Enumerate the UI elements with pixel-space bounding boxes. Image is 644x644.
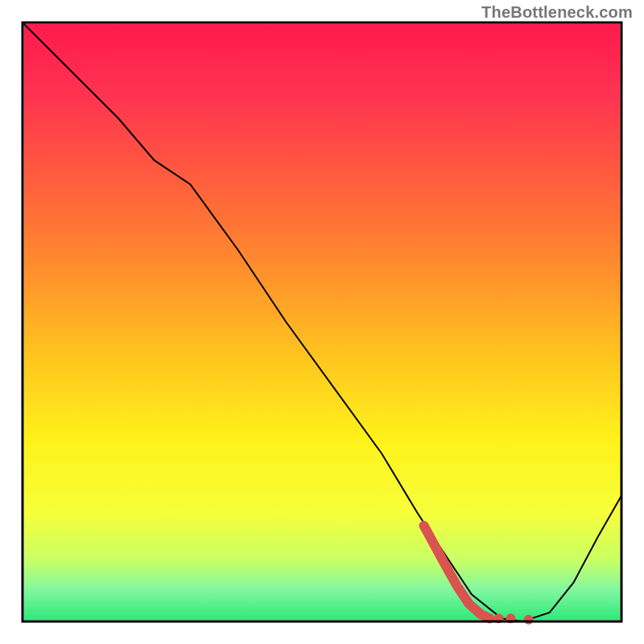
chart-svg — [0, 0, 644, 644]
highlight-dot — [524, 615, 534, 625]
highlight-dots — [493, 613, 533, 624]
